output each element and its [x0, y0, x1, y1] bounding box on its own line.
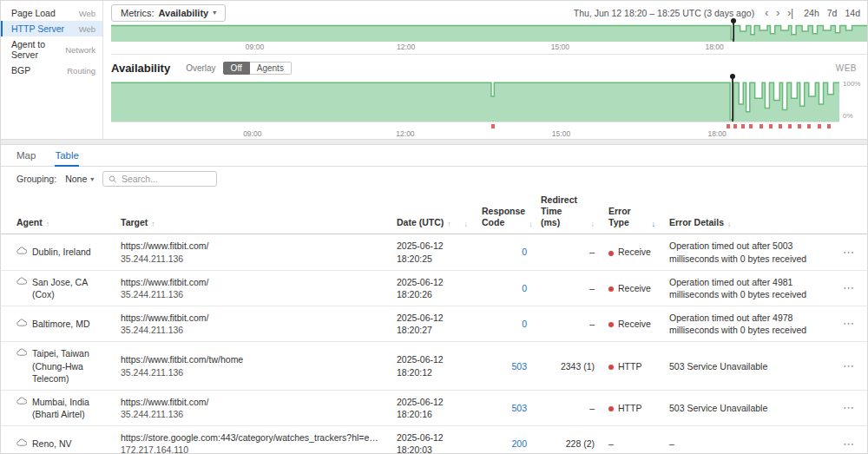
- agent-icon: [16, 397, 27, 405]
- table-row[interactable]: Mumbai, India (Bharti Airtel) https://ww…: [1, 390, 868, 425]
- table-row[interactable]: Taipei, Taiwan (Chung-Hwa Telecom) https…: [1, 342, 868, 391]
- search-input[interactable]: [122, 174, 211, 184]
- sidebar-item[interactable]: BGP Routing: [1, 63, 102, 78]
- grouping-dropdown[interactable]: None ▾: [65, 174, 94, 184]
- row-menu-button[interactable]: ⋯: [843, 359, 855, 372]
- sidebar-item[interactable]: HTTP Server Web: [1, 21, 102, 36]
- time-tick-label: 12:00: [396, 129, 414, 138]
- response-code-link[interactable]: 200: [511, 438, 527, 449]
- response-code-link[interactable]: 0: [522, 247, 527, 257]
- availability-chart[interactable]: [111, 80, 839, 122]
- error-details-value: 503 Service Unavailable: [669, 403, 767, 413]
- sidebar: Page Load Web HTTP Server Web Agent to S…: [1, 1, 103, 139]
- top-region: Page Load Web HTTP Server Web Agent to S…: [1, 1, 867, 139]
- app-window: Page Load Web HTTP Server Web Agent to S…: [0, 0, 868, 454]
- error-mark: [749, 124, 753, 128]
- row-menu-button[interactable]: ⋯: [843, 317, 855, 330]
- error-mark: [741, 124, 745, 128]
- redirect-time-value: –: [589, 283, 595, 293]
- range-7d-button[interactable]: 7d: [827, 8, 838, 18]
- metrics-value: Availability: [159, 8, 209, 18]
- row-menu-button[interactable]: ⋯: [843, 281, 855, 294]
- sort-desc-icon[interactable]: ↓: [652, 220, 656, 228]
- time-marker-dot[interactable]: [731, 18, 736, 23]
- next-interval-icon[interactable]: ›: [776, 8, 779, 18]
- agent-name: Mumbai, India (Bharti Airtel): [32, 396, 107, 420]
- error-status-dot: [608, 406, 614, 411]
- time-tick-label: 09:00: [243, 129, 261, 138]
- row-menu-button[interactable]: ⋯: [843, 246, 855, 259]
- overlay-label: Overlay: [186, 63, 215, 73]
- column-header-agent[interactable]: Agent↑: [1, 191, 114, 234]
- availability-axis: 09:0012:0015:0018:00: [111, 128, 839, 139]
- target-url: https://www.fitbit.com/tw/home: [121, 353, 383, 365]
- latest-interval-icon[interactable]: ›|: [787, 8, 793, 18]
- range-14d-button[interactable]: 14d: [845, 8, 860, 18]
- response-code-link[interactable]: 0: [522, 319, 527, 329]
- table-row[interactable]: San Jose, CA (Cox) https://www.fitbit.co…: [1, 270, 868, 306]
- layer-label: WEB: [836, 63, 867, 73]
- timeline-chart[interactable]: [111, 24, 867, 42]
- error-status-dot: [608, 322, 614, 327]
- error-mark: [807, 124, 811, 128]
- sidebar-item-label: BGP: [11, 65, 30, 76]
- target-ip: 35.244.211.136: [121, 253, 383, 265]
- results-table: Agent↑ Target↑ Date (UTC)↑↓ Response Cod…: [1, 191, 868, 454]
- error-status-dot: [608, 365, 614, 370]
- column-header-error-details[interactable]: Error Details↓: [662, 191, 832, 234]
- agent-icon: [16, 319, 27, 327]
- response-code-link[interactable]: 503: [511, 403, 527, 413]
- row-menu-button[interactable]: ⋯: [843, 438, 855, 451]
- column-header-menu: [832, 191, 868, 234]
- search-box[interactable]: [102, 171, 217, 187]
- metrics-dropdown[interactable]: Metrics: Availability ▾: [111, 4, 226, 22]
- table-row[interactable]: Dublin, Ireland https://www.fitbit.com/3…: [1, 234, 868, 270]
- table-row[interactable]: Reno, NV https://store.google.com:443/ca…: [1, 426, 868, 454]
- overlay-toggle: Off Agents: [223, 62, 292, 75]
- error-status-dot: [608, 251, 614, 256]
- filter-icon[interactable]: ↓: [591, 220, 595, 228]
- response-code-link[interactable]: 0: [522, 283, 527, 293]
- column-header-redirect-time[interactable]: Redirect Time (ms)↓: [534, 191, 602, 234]
- target-url: https://www.fitbit.com/: [121, 240, 383, 252]
- row-menu-button[interactable]: ⋯: [843, 401, 855, 414]
- response-code-link[interactable]: 503: [511, 361, 527, 372]
- column-header-response-code[interactable]: Response Code↓: [475, 191, 534, 234]
- grouping-label: Grouping:: [16, 174, 56, 184]
- error-type-value: HTTP: [618, 403, 641, 413]
- filter-icon[interactable]: ↓: [529, 220, 533, 228]
- time-marker[interactable]: [732, 78, 733, 122]
- tab-table[interactable]: Table: [55, 150, 79, 167]
- column-header-target[interactable]: Target↑: [114, 191, 390, 234]
- sidebar-item-category: Network: [65, 45, 95, 55]
- time-marker-dot[interactable]: [730, 74, 735, 79]
- sort-asc-icon[interactable]: ↑: [46, 220, 50, 228]
- error-details-value: 503 Service Unavailable: [669, 361, 767, 372]
- sort-asc-icon[interactable]: ↑: [151, 220, 155, 228]
- range-24h-button[interactable]: 24h: [804, 8, 819, 18]
- overlay-off-button[interactable]: Off: [223, 62, 250, 75]
- filter-icon[interactable]: ↓: [464, 220, 469, 228]
- time-value: 18:20:26: [397, 288, 468, 300]
- agent-name: Dublin, Ireland: [32, 246, 91, 258]
- time-tick-label: 12:00: [397, 43, 415, 51]
- sort-asc-icon[interactable]: ↑: [447, 220, 451, 228]
- availability-header: Availability Overlay Off Agents WEB: [111, 55, 867, 76]
- column-header-error-type[interactable]: Error Type↓: [602, 191, 662, 234]
- sidebar-item-category: Web: [79, 24, 95, 34]
- date-value: 2025-06-12: [397, 276, 468, 288]
- date-value: 2025-06-12: [397, 431, 468, 444]
- sidebar-item[interactable]: Page Load Web: [1, 5, 102, 21]
- table-row[interactable]: Baltimore, MD https://www.fitbit.com/35.…: [1, 306, 868, 342]
- sidebar-item[interactable]: Agent to Server Network: [1, 36, 102, 63]
- date-value: 2025-06-12: [397, 312, 468, 324]
- error-mark: [727, 124, 730, 128]
- time-marker[interactable]: [733, 23, 734, 42]
- target-url: https://www.fitbit.com/: [121, 396, 383, 408]
- tab-map[interactable]: Map: [16, 150, 36, 167]
- overlay-agents-button[interactable]: Agents: [250, 62, 292, 75]
- prev-interval-icon[interactable]: ‹: [765, 8, 768, 18]
- error-type-value: Receive: [618, 283, 651, 293]
- column-header-date[interactable]: Date (UTC)↑↓: [390, 191, 475, 234]
- filter-icon[interactable]: ↓: [727, 220, 732, 228]
